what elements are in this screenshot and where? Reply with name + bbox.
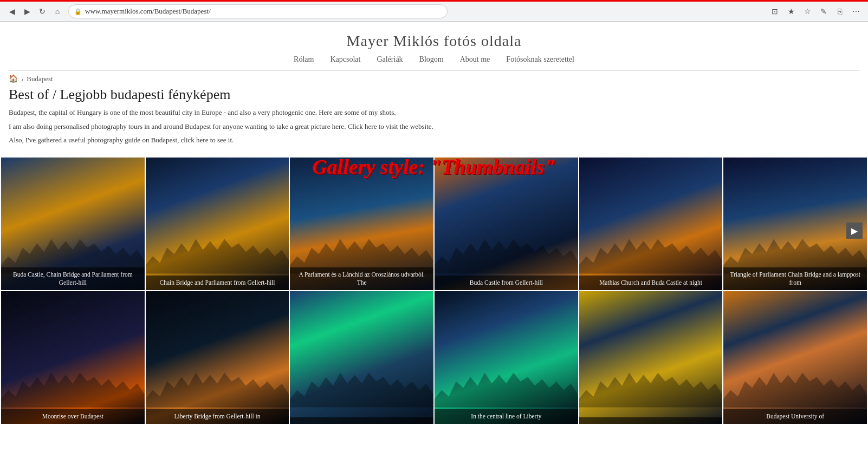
- gallery-caption-4: Buda Castle from Gellert-hill: [435, 276, 578, 290]
- nav-blogom[interactable]: Blogom: [419, 55, 444, 64]
- nav-fotosoknak[interactable]: Fotósoknak szeretettel: [506, 55, 574, 64]
- gallery-caption-1: Buda Castle, Chain Bridge and Parliament…: [1, 267, 145, 290]
- nav-about-me[interactable]: About me: [460, 55, 490, 64]
- gallery-thumb-5: [579, 158, 723, 290]
- url-text: www.mayermiklos.com/Budapest/Budapest/: [85, 7, 211, 16]
- nav-buttons: ◀ ▶ ↻ ⌂: [5, 5, 64, 18]
- gallery-caption-12: Budapest University of: [723, 409, 867, 424]
- gallery-item-11[interactable]: [579, 291, 723, 424]
- home-icon[interactable]: 🏠: [9, 74, 18, 83]
- description-area: Best of / Legjobb budapesti fényképem Bu…: [0, 87, 488, 158]
- home-button[interactable]: ⌂: [51, 5, 64, 18]
- gallery-item-9[interactable]: [290, 291, 433, 424]
- gallery-caption-2: Chain Bridge and Parliament from Gellert…: [146, 276, 289, 290]
- gallery-thumb-2: [146, 158, 289, 290]
- gallery-grid: Buda Castle, Chain Bridge and Parliament…: [0, 158, 868, 424]
- gallery-caption-11: [579, 417, 723, 424]
- gallery-item-5[interactable]: Mathias Church and Buda Castle at night: [579, 158, 723, 290]
- desc-text-3[interactable]: Also, I've gathered a useful photography…: [9, 135, 479, 146]
- gallery-item-12[interactable]: Budapest University of: [723, 291, 867, 424]
- sidebar-button[interactable]: ⊡: [768, 5, 781, 18]
- menu-button[interactable]: ⋯: [850, 5, 863, 18]
- breadcrumb-current[interactable]: Budapest: [27, 75, 53, 83]
- gallery-item-6[interactable]: Triangle of Parliament Chain Bridge and …: [723, 158, 867, 290]
- main-wrapper: Gallery style: "Thumbnails" 🏠 › Budapest…: [0, 71, 868, 424]
- browser-chrome: ◀ ▶ ↻ ⌂ 🔒 www.mayermiklos.com/Budapest/B…: [0, 0, 868, 22]
- gallery-caption-10: In the central line of Liberty: [435, 409, 578, 424]
- nav-kapcsolat[interactable]: Kapcsolat: [330, 55, 360, 64]
- gallery-thumb-4: [435, 158, 578, 290]
- gallery-thumb-7: [1, 291, 145, 424]
- share-button[interactable]: ⎘: [833, 5, 846, 18]
- gallery-item-2[interactable]: Chain Bridge and Parliament from Gellert…: [146, 158, 289, 290]
- gallery-item-7[interactable]: Moonrise over Budapest: [1, 291, 145, 424]
- site-header: Mayer Miklós fotós oldala Rólam Kapcsola…: [0, 22, 868, 70]
- gallery-caption-5: Mathias Church and Buda Castle at night: [579, 276, 723, 290]
- site-title: Mayer Miklós fotós oldala: [0, 32, 868, 50]
- desc-text-1: Budapest, the capital of Hungary is one …: [9, 107, 479, 118]
- gallery-item-3[interactable]: A Parlament és a Lánchíd az Oroszlános u…: [290, 158, 433, 290]
- gallery-thumb-11: [579, 291, 723, 424]
- browser-actions: ⊡ ★ ☆ ✎ ⎘ ⋯: [768, 5, 863, 18]
- gallery-item-1[interactable]: Buda Castle, Chain Bridge and Parliament…: [1, 158, 145, 290]
- scroll-right-arrow[interactable]: ▶: [846, 222, 863, 239]
- gallery-caption-9: [290, 417, 433, 424]
- gallery-caption-8: Liberty Bridge from Gellert-hill in: [146, 409, 289, 424]
- address-bar[interactable]: 🔒 www.mayermiklos.com/Budapest/Budapest/: [68, 4, 448, 18]
- pen-button[interactable]: ✎: [817, 5, 830, 18]
- gallery-thumb-9: [290, 291, 433, 424]
- gallery-caption-7: Moonrise over Budapest: [1, 409, 145, 424]
- gallery-item-8[interactable]: Liberty Bridge from Gellert-hill in: [146, 291, 289, 424]
- desc-text-2[interactable]: I am also doing personalised photography…: [9, 121, 479, 132]
- bookmark-button[interactable]: ★: [785, 5, 798, 18]
- gallery-caption-3: A Parlament és a Lánchíd az Oroszlános u…: [290, 267, 433, 290]
- reload-button[interactable]: ↻: [36, 5, 49, 18]
- breadcrumb: 🏠 › Budapest: [0, 71, 868, 87]
- gallery-item-10[interactable]: In the central line of Liberty: [435, 291, 578, 424]
- gallery-thumb-10: [435, 291, 578, 424]
- breadcrumb-separator: ›: [21, 75, 23, 83]
- page-content: Mayer Miklós fotós oldala Rólam Kapcsola…: [0, 22, 868, 424]
- lock-icon: 🔒: [74, 8, 82, 15]
- gallery-thumb-8: [146, 291, 289, 424]
- nav-rolam[interactable]: Rólam: [294, 55, 314, 64]
- nav-galeriак[interactable]: Galériák: [377, 55, 403, 64]
- star-button[interactable]: ☆: [801, 5, 814, 18]
- gallery-thumb-12: [723, 291, 867, 424]
- back-button[interactable]: ◀: [5, 5, 18, 18]
- forward-button[interactable]: ▶: [21, 5, 34, 18]
- gallery-caption-6: Triangle of Parliament Chain Bridge and …: [723, 267, 867, 290]
- gallery-heading: Best of / Legjobb budapesti fényképem: [9, 87, 479, 103]
- gallery-item-4[interactable]: Buda Castle from Gellert-hill: [435, 158, 578, 290]
- site-nav: Rólam Kapcsolat Galériák Blogom About me…: [0, 55, 868, 64]
